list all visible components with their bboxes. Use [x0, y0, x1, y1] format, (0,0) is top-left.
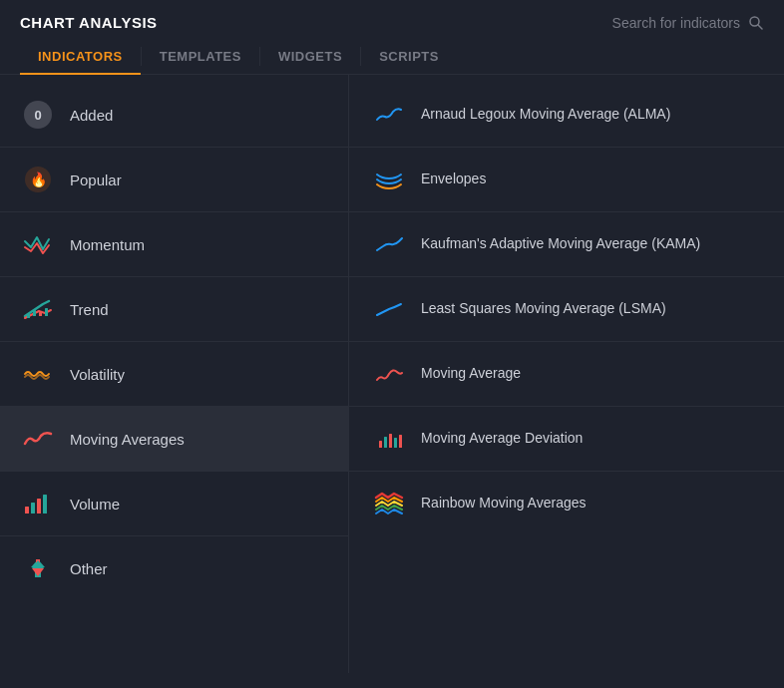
svg-marker-15 [32, 568, 44, 576]
svg-text:🔥: 🔥 [30, 172, 48, 188]
content-item-label: Moving Average Deviation [421, 429, 583, 449]
mad-icon [373, 423, 405, 455]
main-content: 0 Added 🔥 Popular [0, 75, 784, 673]
fire-icon: 🔥 [24, 166, 52, 193]
sidebar-item-popular[interactable]: 🔥 Popular [0, 148, 348, 212]
svg-rect-5 [33, 310, 36, 316]
ma-icon [373, 358, 405, 390]
svg-rect-18 [389, 434, 392, 448]
sidebar-item-label: Volatility [70, 366, 125, 383]
sidebar-item-label: Trend [70, 301, 109, 318]
svg-rect-10 [37, 499, 41, 514]
header: CHART ANALYSIS Search for indicators [0, 0, 784, 39]
tab-indicators[interactable]: INDICATORS [20, 39, 141, 74]
other-icon [20, 550, 56, 586]
svg-rect-7 [45, 308, 48, 316]
sidebar-item-label: Added [70, 107, 113, 124]
kama-icon [373, 228, 405, 260]
search-area[interactable]: Search for indicators [612, 15, 764, 31]
list-item-lsma[interactable]: Least Squares Moving Average (LSMA) [349, 277, 784, 342]
list-item-mad[interactable]: Moving Average Deviation [349, 407, 784, 472]
content-item-label: Least Squares Moving Average (LSMA) [421, 299, 666, 319]
svg-rect-8 [25, 507, 29, 514]
popular-icon: 🔥 [20, 162, 56, 197]
svg-rect-17 [384, 437, 387, 448]
svg-rect-19 [394, 438, 397, 448]
lsma-icon [373, 293, 405, 325]
content-item-label: Rainbow Moving Averages [421, 494, 587, 514]
svg-rect-16 [379, 441, 382, 448]
tab-bar: INDICATORS TEMPLATES WIDGETS SCRIPTS [0, 39, 784, 75]
search-icon [748, 15, 764, 31]
sidebar-item-volume[interactable]: Volume [0, 472, 348, 536]
volume-icon [20, 486, 56, 521]
added-badge: 0 [24, 101, 52, 129]
sidebar-item-label: Other [70, 560, 108, 577]
envelopes-icon [373, 164, 405, 195]
app-title: CHART ANALYSIS [20, 14, 158, 31]
momentum-icon [20, 226, 56, 262]
content-item-label: Kaufman's Adaptive Moving Average (KAMA) [421, 234, 700, 254]
trend-icon [20, 291, 56, 327]
sidebar-item-added[interactable]: 0 Added [0, 83, 348, 148]
list-item-kama[interactable]: Kaufman's Adaptive Moving Average (KAMA) [349, 212, 784, 277]
moving-averages-icon [20, 421, 56, 457]
content-panel: Arnaud Legoux Moving Average (ALMA) Enve… [349, 75, 784, 673]
list-item-alma[interactable]: Arnaud Legoux Moving Average (ALMA) [349, 83, 784, 148]
list-item-ma[interactable]: Moving Average [349, 342, 784, 407]
svg-rect-11 [43, 495, 47, 514]
volatility-icon [20, 356, 56, 392]
list-item-envelopes[interactable]: Envelopes [349, 148, 784, 212]
sidebar-item-label: Moving Averages [70, 431, 185, 448]
sidebar-item-volatility[interactable]: Volatility [0, 342, 348, 407]
sidebar-item-label: Popular [70, 172, 122, 188]
sidebar-item-other[interactable]: Other [0, 536, 348, 600]
svg-line-1 [758, 25, 762, 29]
added-icon-container: 0 [20, 97, 56, 133]
alma-icon [373, 99, 405, 131]
search-placeholder-text: Search for indicators [612, 15, 740, 31]
sidebar-item-momentum[interactable]: Momentum [0, 212, 348, 277]
tab-widgets[interactable]: WIDGETS [260, 39, 360, 74]
svg-rect-9 [31, 503, 35, 514]
sidebar-item-moving-averages[interactable]: Moving Averages [0, 407, 348, 472]
sidebar-item-label: Momentum [70, 236, 145, 253]
tab-templates[interactable]: TEMPLATES [142, 39, 259, 74]
sidebar-item-label: Volume [70, 496, 120, 513]
rainbow-icon [373, 488, 405, 519]
content-item-label: Arnaud Legoux Moving Average (ALMA) [421, 105, 670, 125]
tab-scripts[interactable]: SCRIPTS [361, 39, 457, 74]
svg-rect-4 [27, 314, 30, 318]
svg-rect-20 [399, 435, 402, 448]
svg-rect-6 [39, 312, 42, 316]
sidebar: 0 Added 🔥 Popular [0, 75, 349, 673]
sidebar-item-trend[interactable]: Trend [0, 277, 348, 342]
content-item-label: Moving Average [421, 364, 521, 384]
content-item-label: Envelopes [421, 170, 486, 189]
list-item-rainbow[interactable]: Rainbow Moving Averages [349, 472, 784, 535]
